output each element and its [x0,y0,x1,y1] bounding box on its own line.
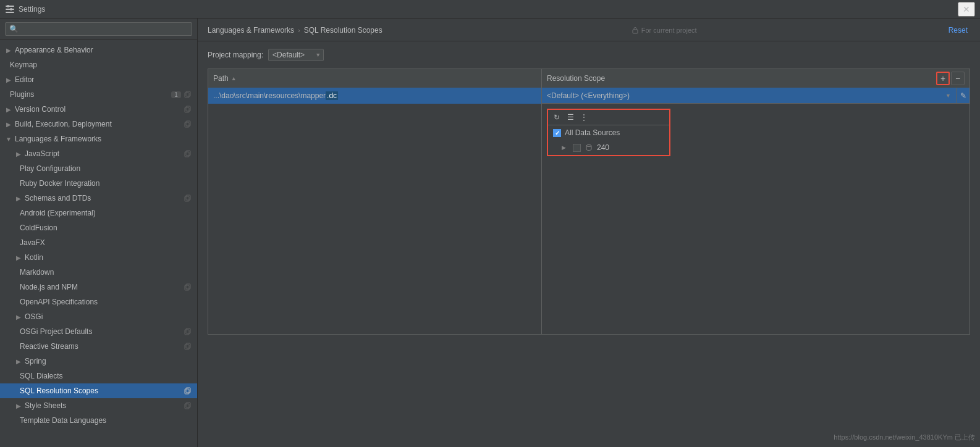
svg-rect-21 [185,345,189,349]
all-data-sources-label: All Data Sources [565,128,620,137]
chevron-right-icon: ▶ [5,120,12,128]
sidebar-item-editor[interactable]: ▶ Editor [0,72,197,87]
chevron-right-icon: ▶ [5,76,12,83]
chevron-right-icon: ▶ [5,106,12,113]
sidebar-item-javafx[interactable]: JavaFX [0,235,197,250]
right-panel: Languages & Frameworks › SQL Resolution … [198,19,980,447]
table-action-buttons: + − [936,72,965,85]
th-scope: Resolution Scope + − [541,69,970,88]
settings-icon [5,4,15,14]
project-mapping-dropdown[interactable]: <Default> ▼ [268,49,324,61]
chevron-right-icon: ▶ [15,254,22,261]
sidebar-item-appearance[interactable]: ▶ Appearance & Behavior [0,43,197,57]
dropdown-arrow: ▼ [315,52,321,58]
svg-rect-11 [185,122,189,127]
copy-icon [184,327,192,336]
sidebar-item-nodejs[interactable]: Node.js and NPM [0,280,197,295]
svg-rect-27 [633,30,638,33]
project-mapping-label: Project mapping: [208,51,263,59]
panel-content: Project mapping: <Default> ▼ Path ▲ [198,41,980,447]
sidebar-item-sql-resolution-scopes[interactable]: SQL Resolution Scopes [0,383,197,398]
svg-point-6 [10,8,12,10]
copy-icon [184,386,192,395]
database-icon [585,143,593,152]
sidebar-item-spring[interactable]: ▶ Spring [0,354,197,369]
table-row[interactable]: ...\dao\src\main\resources\mapper.dc [208,88,541,104]
sidebar-item-template-data[interactable]: Template Data Languages [0,413,197,428]
sidebar-item-reactive-streams[interactable]: Reactive Streams [0,339,197,354]
all-data-sources-checkbox[interactable]: ✓ [553,129,561,137]
path-text: ...\dao\src\main\resources\mapper.dc [213,91,338,100]
copy-icon [184,342,192,351]
svg-rect-22 [186,343,190,348]
scope-dropdown-cell[interactable]: <Default> (<Everything>) ▼ [542,91,956,100]
search-box [0,19,197,40]
for-project: For current project [632,27,697,34]
scope-toolbar: ↻ ☰ ⋮ [548,110,669,125]
sidebar-item-osgi-defaults[interactable]: OSGi Project Defaults [0,324,197,339]
sidebar-item-keymap[interactable]: Keymap [0,57,197,72]
remove-row-button[interactable]: − [951,72,965,85]
scope-list-button[interactable]: ☰ [564,111,577,123]
sidebar-item-javascript[interactable]: ▶ JavaScript [0,146,197,161]
svg-rect-14 [186,151,190,156]
scope-all-data-sources[interactable]: ✓ All Data Sources [548,125,669,140]
sidebar-item-languages[interactable]: ▼ Languages & Frameworks [0,132,197,146]
sidebar-item-osgi[interactable]: ▶ OSGi [0,309,197,324]
breadcrumb: Languages & Frameworks › SQL Resolution … [208,26,382,35]
scope-dropdown-arrow: ▼ [945,93,951,99]
scope-child-item[interactable]: ▶ 240 [548,140,669,155]
table-header: Path ▲ Resolution Scope + − [208,69,970,88]
copy-icon [184,149,192,158]
svg-rect-16 [186,195,190,200]
main-content: ▶ Appearance & Behavior Keymap ▶ Editor … [0,19,980,447]
sidebar-item-version-control[interactable]: ▶ Version Control [0,102,197,117]
sidebar-item-style-sheets[interactable]: ▶ Style Sheets [0,398,197,413]
search-input[interactable] [5,22,192,36]
plugins-badge: 1 [171,91,181,98]
sidebar-item-sql-dialects[interactable]: SQL Dialects [0,369,197,383]
scope-refresh-button[interactable]: ↻ [551,111,563,123]
sidebar-tree: ▶ Appearance & Behavior Keymap ▶ Editor … [0,40,197,447]
sidebar-item-schemas[interactable]: ▶ Schemas and DTDs [0,191,197,206]
sort-icon: ▲ [231,75,237,81]
scope-tree-content: ↻ ☰ ⋮ ✓ All Data S [548,110,669,155]
scope-edit-button[interactable]: ✎ [956,88,969,103]
chevron-right-icon: ▶ [15,313,22,320]
breadcrumb-separator: › [298,27,300,34]
copy-icon [184,90,192,99]
svg-rect-7 [185,93,189,98]
sidebar-item-markdown[interactable]: Markdown [0,265,197,280]
svg-point-28 [586,145,591,147]
window-title: Settings [19,5,958,14]
scope-filter-button[interactable]: ⋮ [578,111,590,123]
close-button[interactable]: ✕ [958,2,975,17]
chevron-right-icon: ▶ [15,402,22,409]
sidebar-item-ruby-docker[interactable]: Ruby Docker Integration [0,176,197,191]
copy-icon [184,283,192,291]
svg-rect-24 [186,388,190,393]
breadcrumb-parent: Languages & Frameworks [208,26,294,35]
table-body: ...\dao\src\main\resources\mapper.dc <De… [208,88,970,335]
child-item-checkbox[interactable] [573,144,581,152]
svg-rect-19 [185,330,189,335]
scope-tree-panel: ↻ ☰ ⋮ ✓ All Data S [547,109,670,156]
sidebar-item-android[interactable]: Android (Experimental) [0,206,197,220]
sidebar-item-build[interactable]: ▶ Build, Execution, Deployment [0,117,197,132]
copy-icon [184,401,192,410]
sidebar-item-coldfusion[interactable]: ColdFusion [0,220,197,235]
copy-icon [184,105,192,114]
sidebar-item-plugins[interactable]: Plugins 1 [0,87,197,102]
sidebar-item-kotlin[interactable]: ▶ Kotlin [0,250,197,265]
chevron-down-icon: ▼ [5,135,12,143]
settings-window: Settings ✕ ▶ Appearance & Behavior Keyma… [0,0,980,447]
chevron-right-icon: ▶ [15,150,22,157]
dropdown-value: <Default> [272,51,305,59]
add-row-button[interactable]: + [936,72,950,85]
sidebar-item-play-config[interactable]: Play Configuration [0,161,197,176]
panel-header: Languages & Frameworks › SQL Resolution … [198,19,980,41]
reset-button[interactable]: Reset [946,25,970,36]
svg-rect-12 [186,121,190,126]
th-path: Path ▲ [208,69,541,88]
sidebar-item-openapi[interactable]: OpenAPI Specifications [0,295,197,309]
